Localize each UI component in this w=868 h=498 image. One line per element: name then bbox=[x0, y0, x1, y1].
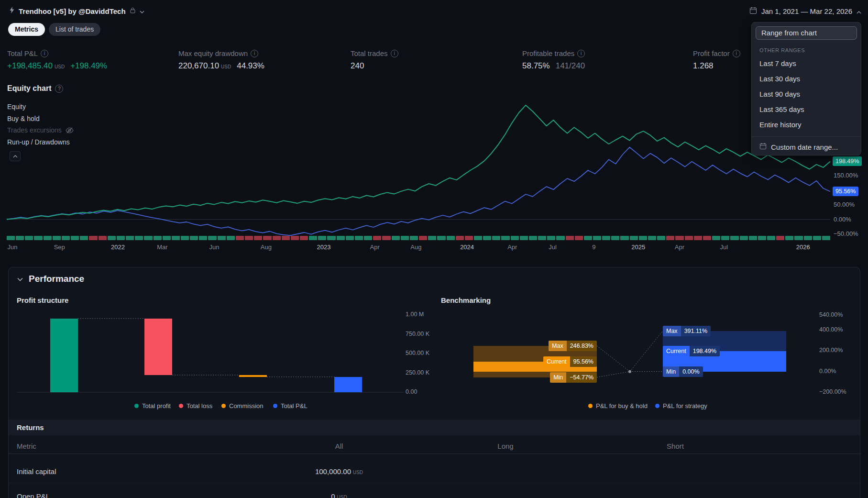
info-icon[interactable] bbox=[391, 50, 398, 57]
runup-segment bbox=[117, 236, 125, 240]
menu-item-last-7-days[interactable]: Last 7 days bbox=[752, 56, 861, 71]
legend-item-run-up-drawdowns[interactable]: Run-up / Drawdowns bbox=[7, 138, 70, 146]
chip-value: 391.11% bbox=[681, 326, 711, 336]
drawdown-segment bbox=[419, 236, 427, 240]
metric-value: +198,485.40 bbox=[7, 61, 53, 71]
runup-segment bbox=[492, 236, 500, 240]
column-header-long: Long bbox=[497, 442, 513, 450]
menu-item-last-365-days[interactable]: Last 365 days bbox=[752, 102, 861, 117]
menu-item-last-90-days[interactable]: Last 90 days bbox=[752, 87, 861, 102]
chip-label: Current bbox=[663, 346, 690, 356]
info-icon[interactable] bbox=[577, 50, 585, 57]
date-range-button[interactable]: Jan 1, 2021 — Mar 22, 2026 bbox=[749, 5, 861, 17]
legend-dot bbox=[179, 404, 183, 408]
runup-segment bbox=[712, 236, 720, 240]
legend-item-total-p-l[interactable]: Total P&L bbox=[273, 402, 308, 409]
bench-axis-label: −200.00% bbox=[819, 388, 846, 395]
collapse-chart-button[interactable] bbox=[10, 151, 21, 161]
metric-value: 58.75% bbox=[522, 61, 550, 71]
legend-item-p-l-for-buy-hold[interactable]: P&L for buy & hold bbox=[588, 402, 648, 409]
value-number: 100,000.00 bbox=[315, 467, 351, 475]
legend-item-trades-excursions[interactable]: Trades excursions bbox=[7, 126, 74, 134]
runup-segment bbox=[227, 236, 235, 240]
info-icon[interactable] bbox=[41, 50, 48, 57]
runup-segment bbox=[392, 236, 400, 240]
equity-axis-label: 0.00% bbox=[834, 216, 851, 223]
runup-segment bbox=[181, 236, 189, 240]
table-row-open-p-l: Open P&L0USD bbox=[8, 484, 861, 498]
chip-current-b: Current198.49% bbox=[663, 346, 720, 356]
tab-metrics[interactable]: Metrics bbox=[8, 23, 45, 36]
runup-segment bbox=[401, 236, 409, 240]
legend-item-p-l-for-strategy[interactable]: P&L for strategy bbox=[655, 402, 707, 409]
runup-segment bbox=[16, 236, 24, 240]
runup-segment bbox=[602, 236, 610, 240]
strategy-title-group[interactable]: Trendhoo [v5] by @DaviddTech bbox=[10, 5, 144, 17]
row-metric: Initial capital bbox=[17, 467, 56, 475]
drawdown-segment bbox=[675, 236, 683, 240]
equity-x-label: Apr bbox=[507, 243, 517, 251]
legend-item-buy-hold[interactable]: Buy & hold bbox=[7, 115, 40, 122]
column-header-short: Short bbox=[667, 442, 684, 450]
equity-x-label: 9 bbox=[592, 243, 595, 251]
menu-item-range-from-chart[interactable]: Range from chart bbox=[756, 26, 857, 40]
drawdown-segment bbox=[236, 236, 244, 240]
chip-value: 95.56% bbox=[570, 356, 597, 367]
chevron-down-icon[interactable] bbox=[140, 7, 144, 15]
chip-max-o: Max246.83% bbox=[549, 341, 597, 351]
metric-unit: USD bbox=[55, 64, 65, 69]
runup-segment bbox=[7, 236, 15, 240]
metric-label-text: Total P&L bbox=[7, 49, 38, 57]
row-value: 100,000.00USD bbox=[315, 467, 363, 475]
metric-label: Profitable trades bbox=[522, 49, 585, 57]
drawdown-segment bbox=[300, 236, 308, 240]
drawdown-segment bbox=[703, 236, 711, 240]
runup-segment bbox=[447, 236, 455, 240]
menu-items: Last 7 daysLast 30 daysLast 90 daysLast … bbox=[752, 56, 861, 133]
tab-list-of-trades[interactable]: List of trades bbox=[49, 23, 100, 36]
strategy-title[interactable]: Trendhoo [v5] by @DaviddTech bbox=[19, 7, 126, 15]
calendar-icon bbox=[749, 7, 757, 16]
legend-dot bbox=[221, 404, 226, 408]
strategy-icon bbox=[10, 7, 14, 15]
equity-axis-badge: 95.56% bbox=[833, 187, 858, 196]
equity-plot[interactable] bbox=[0, 86, 837, 244]
eye-off-icon[interactable] bbox=[66, 127, 74, 133]
menu-item-custom-date-range[interactable]: Custom date range... bbox=[752, 139, 861, 155]
chip-label: Max bbox=[549, 341, 567, 351]
legend-item-total-profit[interactable]: Total profit bbox=[134, 402, 171, 409]
menu-item-last-30-days[interactable]: Last 30 days bbox=[752, 71, 861, 87]
equity-axis-label: 150.00% bbox=[834, 172, 858, 179]
chip-label: Min bbox=[550, 372, 566, 383]
bar-total-profit bbox=[50, 319, 78, 392]
info-icon[interactable] bbox=[733, 50, 740, 57]
legend-item-commission[interactable]: Commission bbox=[221, 402, 264, 409]
runup-segment bbox=[813, 236, 821, 240]
performance-section-header[interactable]: Performance bbox=[17, 274, 84, 284]
legend-label: Buy & hold bbox=[7, 115, 40, 122]
drawdown-segment bbox=[694, 236, 702, 240]
equity-x-label: Jun bbox=[8, 243, 18, 251]
drawdown-segment bbox=[282, 236, 290, 240]
legend-item-total-loss[interactable]: Total loss bbox=[179, 402, 212, 409]
chip-value: 0.00% bbox=[679, 366, 703, 377]
drawdown-segment bbox=[465, 236, 473, 240]
runup-segment bbox=[346, 236, 354, 240]
menu-item-entire-history[interactable]: Entire history bbox=[752, 117, 861, 133]
chip-min-o: Min−54.77% bbox=[550, 372, 597, 383]
runup-segment bbox=[538, 236, 546, 240]
runup-segment bbox=[80, 236, 88, 240]
chevron-up-icon bbox=[857, 7, 861, 15]
legend-dot bbox=[655, 404, 659, 408]
chevron-down-icon[interactable] bbox=[17, 275, 23, 283]
runup-segment bbox=[794, 236, 802, 240]
legend-item-equity[interactable]: Equity bbox=[7, 103, 26, 111]
metric-extra: +198.49% bbox=[70, 61, 107, 71]
equity-x-label: 2023 bbox=[317, 243, 331, 251]
metric-total-p-l: Total P&L+198,485.40USD+198.49% bbox=[7, 49, 107, 71]
calendar-icon bbox=[759, 143, 767, 151]
bench-axis-label: 400.00% bbox=[819, 326, 843, 333]
legend-dot bbox=[134, 404, 139, 408]
info-icon[interactable] bbox=[251, 50, 258, 57]
value-number: 0 bbox=[331, 492, 335, 498]
